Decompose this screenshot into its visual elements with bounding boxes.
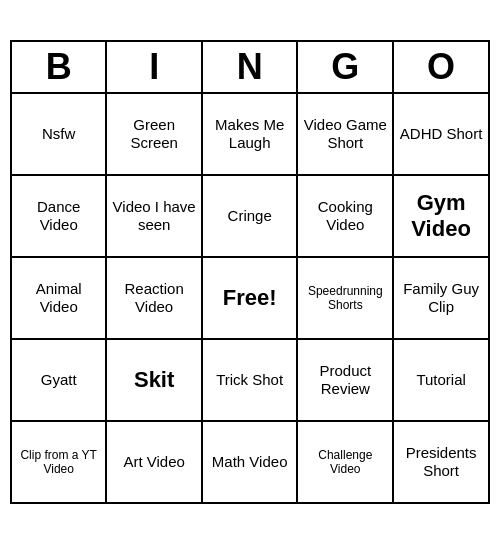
bingo-cell[interactable]: Gym Video (393, 175, 489, 257)
bingo-card: BINGO NsfwGreen ScreenMakes Me LaughVide… (10, 40, 490, 504)
table-row: Dance VideoVideo I have seenCringeCookin… (11, 175, 489, 257)
bingo-cell[interactable]: Clip from a YT Video (11, 421, 106, 503)
bingo-cell[interactable]: Skit (106, 339, 202, 421)
bingo-cell[interactable]: Video I have seen (106, 175, 202, 257)
bingo-cell[interactable]: Free! (202, 257, 297, 339)
bingo-cell[interactable]: Nsfw (11, 93, 106, 175)
table-row: Animal VideoReaction VideoFree!Speedrunn… (11, 257, 489, 339)
table-row: GyattSkitTrick ShotProduct ReviewTutoria… (11, 339, 489, 421)
table-row: NsfwGreen ScreenMakes Me LaughVideo Game… (11, 93, 489, 175)
header-letter: G (297, 41, 393, 93)
header-letter: O (393, 41, 489, 93)
header-letter: I (106, 41, 202, 93)
bingo-cell[interactable]: Presidents Short (393, 421, 489, 503)
bingo-cell[interactable]: Product Review (297, 339, 393, 421)
bingo-cell[interactable]: Trick Shot (202, 339, 297, 421)
bingo-cell[interactable]: Video Game Short (297, 93, 393, 175)
bingo-cell[interactable]: Tutorial (393, 339, 489, 421)
bingo-cell[interactable]: ADHD Short (393, 93, 489, 175)
bingo-cell[interactable]: Green Screen (106, 93, 202, 175)
bingo-cell[interactable]: Dance Video (11, 175, 106, 257)
header-letter: B (11, 41, 106, 93)
bingo-cell[interactable]: Gyatt (11, 339, 106, 421)
bingo-header: BINGO (11, 41, 489, 93)
bingo-cell[interactable]: Art Video (106, 421, 202, 503)
bingo-cell[interactable]: Reaction Video (106, 257, 202, 339)
bingo-cell[interactable]: Cringe (202, 175, 297, 257)
bingo-cell[interactable]: Challenge Video (297, 421, 393, 503)
bingo-cell[interactable]: Family Guy Clip (393, 257, 489, 339)
bingo-cell[interactable]: Makes Me Laugh (202, 93, 297, 175)
table-row: Clip from a YT VideoArt VideoMath VideoC… (11, 421, 489, 503)
bingo-cell[interactable]: Speedrunning Shorts (297, 257, 393, 339)
bingo-cell[interactable]: Animal Video (11, 257, 106, 339)
header-letter: N (202, 41, 297, 93)
bingo-cell[interactable]: Cooking Video (297, 175, 393, 257)
bingo-cell[interactable]: Math Video (202, 421, 297, 503)
